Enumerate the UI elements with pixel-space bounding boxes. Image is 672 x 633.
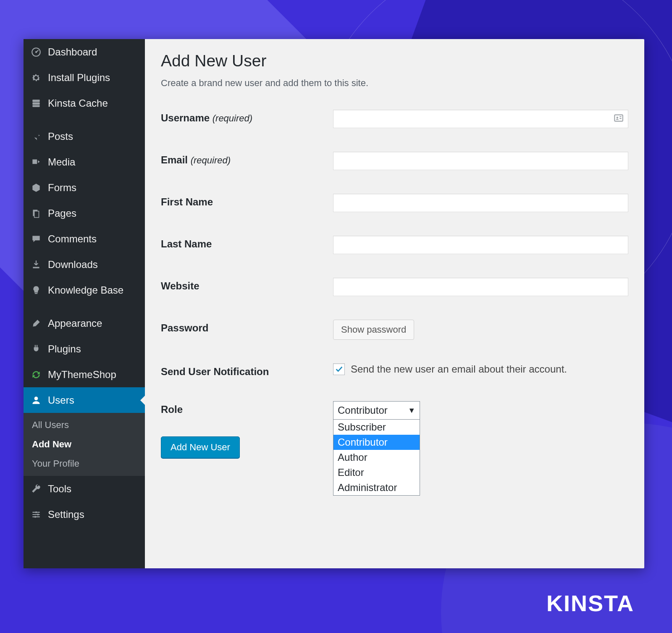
sidebar-item-tools[interactable]: Tools bbox=[24, 476, 145, 502]
brand-logo: KINSTA bbox=[546, 590, 634, 616]
sidebar-item-label: Forms bbox=[48, 182, 76, 194]
download-icon bbox=[29, 259, 43, 270]
add-new-user-button[interactable]: Add New User bbox=[161, 436, 240, 458]
role-option-editor[interactable]: Editor bbox=[333, 465, 420, 480]
svg-point-10 bbox=[37, 513, 39, 515]
label-username: Username (required) bbox=[161, 110, 333, 124]
media-icon bbox=[29, 157, 43, 168]
sidebar-item-label: MyThemeShop bbox=[48, 369, 116, 381]
sidebar-item-label: Plugins bbox=[48, 343, 81, 355]
sidebar-item-label: Tools bbox=[48, 483, 71, 495]
server-icon bbox=[29, 98, 43, 109]
check-icon bbox=[334, 365, 344, 374]
svg-point-9 bbox=[35, 511, 37, 513]
sidebar-item-label: Media bbox=[48, 156, 75, 168]
last-name-input[interactable] bbox=[333, 236, 628, 254]
label-password: Password bbox=[161, 320, 333, 334]
sidebar-item-label: Posts bbox=[48, 131, 73, 142]
submenu-item-add-new[interactable]: Add New bbox=[24, 435, 145, 454]
brush-icon bbox=[29, 318, 43, 329]
row-role: Role Contributor ▼ Subscriber Contributo… bbox=[161, 401, 628, 420]
sidebar-item-mythemeshop[interactable]: MyThemeShop bbox=[24, 362, 145, 387]
svg-point-11 bbox=[34, 516, 36, 517]
users-submenu: All Users Add New Your Profile bbox=[24, 413, 145, 476]
svg-rect-6 bbox=[34, 211, 39, 217]
sidebar-item-label: Install Plugins bbox=[48, 72, 110, 84]
first-name-input[interactable] bbox=[333, 194, 628, 212]
app-window: Dashboard Install Plugins Kinsta Cache P… bbox=[24, 39, 644, 568]
sidebar-item-pages[interactable]: Pages bbox=[24, 200, 145, 226]
sidebar-item-settings[interactable]: Settings bbox=[24, 502, 145, 527]
pages-icon bbox=[29, 208, 43, 219]
show-password-button[interactable]: Show password bbox=[333, 320, 414, 340]
svg-rect-12 bbox=[614, 115, 623, 121]
submenu-item-all-users[interactable]: All Users bbox=[24, 415, 145, 435]
refresh-icon bbox=[29, 369, 43, 380]
sidebar-item-label: Kinsta Cache bbox=[48, 97, 108, 109]
sidebar-item-users[interactable]: Users bbox=[24, 387, 145, 413]
label-last-name: Last Name bbox=[161, 236, 333, 250]
username-input[interactable] bbox=[333, 110, 628, 128]
sidebar-item-comments[interactable]: Comments bbox=[24, 226, 145, 252]
role-option-author[interactable]: Author bbox=[333, 450, 420, 465]
dashboard-icon bbox=[29, 47, 43, 58]
role-dropdown: Subscriber Contributor Author Editor Adm… bbox=[333, 420, 420, 496]
notification-checkbox[interactable] bbox=[333, 363, 345, 375]
email-input[interactable] bbox=[333, 152, 628, 170]
plug-icon bbox=[29, 344, 43, 355]
sidebar-item-kinsta-cache[interactable]: Kinsta Cache bbox=[24, 90, 145, 116]
role-option-administrator[interactable]: Administrator bbox=[333, 480, 420, 495]
svg-rect-3 bbox=[32, 102, 39, 104]
sidebar-item-dashboard[interactable]: Dashboard bbox=[24, 39, 145, 65]
label-website: Website bbox=[161, 278, 333, 292]
svg-point-1 bbox=[35, 51, 37, 53]
row-first-name: First Name bbox=[161, 194, 628, 212]
sidebar-item-label: Settings bbox=[48, 509, 84, 520]
sidebar-item-forms[interactable]: Forms bbox=[24, 175, 145, 200]
sidebar-item-downloads[interactable]: Downloads bbox=[24, 252, 145, 277]
contact-card-icon bbox=[613, 113, 624, 125]
svg-rect-4 bbox=[32, 105, 39, 107]
page-description: Create a brand new user and add them to … bbox=[161, 78, 628, 89]
row-website: Website bbox=[161, 278, 628, 296]
sliders-icon bbox=[29, 509, 43, 520]
label-role: Role bbox=[161, 401, 333, 415]
role-option-subscriber[interactable]: Subscriber bbox=[333, 420, 420, 435]
row-notification: Send User Notification Send the new user… bbox=[161, 363, 628, 378]
website-input[interactable] bbox=[333, 278, 628, 296]
chevron-down-icon: ▼ bbox=[408, 406, 415, 415]
role-selected-value: Contributor bbox=[338, 404, 388, 416]
sidebar-item-plugins[interactable]: Plugins bbox=[24, 336, 145, 362]
sidebar-item-media[interactable]: Media bbox=[24, 149, 145, 175]
gear-icon bbox=[29, 72, 43, 83]
row-username: Username (required) bbox=[161, 110, 628, 128]
role-select[interactable]: Contributor ▼ bbox=[333, 401, 420, 420]
row-last-name: Last Name bbox=[161, 236, 628, 254]
bulb-icon bbox=[29, 285, 43, 296]
label-notification: Send User Notification bbox=[161, 363, 333, 378]
user-icon bbox=[29, 395, 43, 406]
admin-sidebar: Dashboard Install Plugins Kinsta Cache P… bbox=[24, 39, 145, 568]
forms-icon bbox=[29, 182, 43, 193]
sidebar-item-install-plugins[interactable]: Install Plugins bbox=[24, 65, 145, 90]
sidebar-item-label: Pages bbox=[48, 207, 76, 219]
svg-point-13 bbox=[617, 117, 618, 118]
sidebar-item-label: Comments bbox=[48, 233, 97, 245]
sidebar-item-label: Dashboard bbox=[48, 46, 97, 58]
svg-point-8 bbox=[34, 397, 38, 400]
page-title: Add New User bbox=[161, 52, 628, 70]
sidebar-item-label: Knowledge Base bbox=[48, 284, 123, 296]
notification-text: Send the new user an email about their a… bbox=[351, 363, 567, 375]
label-first-name: First Name bbox=[161, 194, 333, 208]
sidebar-item-label: Downloads bbox=[48, 259, 98, 271]
sidebar-item-posts[interactable]: Posts bbox=[24, 123, 145, 149]
role-option-contributor[interactable]: Contributor bbox=[333, 435, 420, 450]
comment-icon bbox=[29, 234, 43, 244]
sidebar-item-appearance[interactable]: Appearance bbox=[24, 310, 145, 336]
pin-icon bbox=[29, 131, 43, 142]
submenu-item-your-profile[interactable]: Your Profile bbox=[24, 454, 145, 473]
sidebar-item-knowledge-base[interactable]: Knowledge Base bbox=[24, 277, 145, 303]
label-email: Email (required) bbox=[161, 152, 333, 166]
row-password: Password Show password bbox=[161, 320, 628, 340]
svg-rect-7 bbox=[33, 267, 39, 268]
